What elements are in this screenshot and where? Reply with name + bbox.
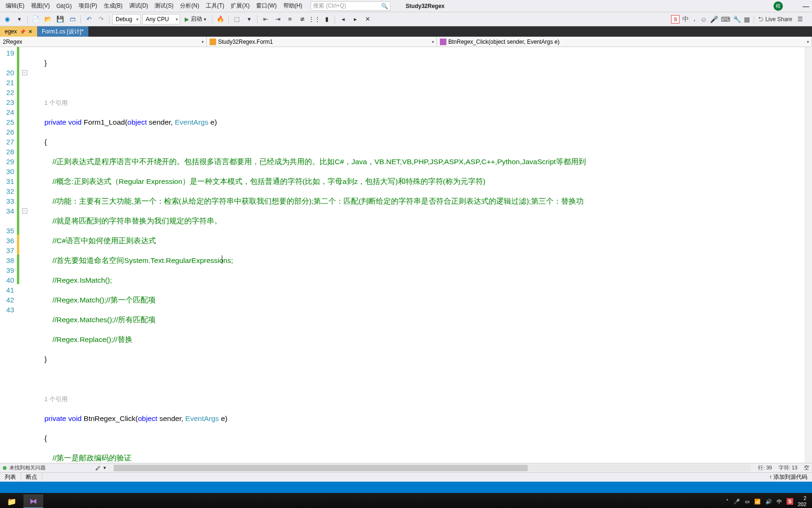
undo-button[interactable]: ↶ (84, 14, 94, 24)
step-button[interactable]: ⬚ (232, 14, 242, 24)
platform-dropdown[interactable]: Any CPU (142, 14, 180, 24)
menu-help[interactable]: 帮助(H) (281, 0, 305, 11)
ime-grid-icon[interactable]: ▦ (744, 16, 750, 23)
saveall-button[interactable]: 🗃 (67, 14, 78, 24)
bookmark-next[interactable]: ▸ (350, 14, 360, 24)
taskbar-visualstudio[interactable]: ⧓ (23, 494, 43, 508)
tray-battery-icon[interactable]: ▭ (745, 499, 750, 505)
search-placeholder: 搜索 (Ctrl+Q) (313, 2, 346, 10)
collapse-toggle[interactable]: − (22, 208, 27, 214)
menu-view[interactable]: 视图(V) (28, 0, 53, 11)
menu-project[interactable]: 项目(P) (76, 0, 100, 11)
menu-bar: 编辑(E) 视图(V) Git(G) 项目(P) 生成(B) 调试(D) 测试(… (0, 0, 812, 12)
new-button[interactable]: 📄 (31, 14, 41, 24)
nav-class[interactable]: Study32Regex.Form1 (207, 37, 437, 47)
bookmark-button[interactable]: ▮ (321, 14, 332, 24)
tab-form1-designer[interactable]: Form1.cs [设计]* (37, 26, 88, 37)
collapse-toggle[interactable]: − (22, 70, 27, 75)
start-button[interactable]: ▶ 启动 ▾ (182, 14, 209, 24)
ime-comma-icon[interactable]: ， (692, 15, 697, 23)
windows-taskbar: 📁 ⧓ ˄ 🎤 ▭ 📶 🔊 中 S 2 202 (0, 493, 812, 508)
solution-name: Study32Regex (406, 3, 445, 9)
ime-mic-icon[interactable]: 🎤 (710, 16, 718, 23)
code-pane[interactable]: } 1 个引用 private void Form1_Load(object s… (28, 47, 804, 463)
menu-analyze[interactable]: 分析(N) (177, 0, 202, 11)
search-input[interactable]: 搜索 (Ctrl+Q) 🔍 (311, 1, 390, 11)
cursor-char: 字符: 13 (779, 464, 797, 471)
back-button[interactable]: ◉ (2, 14, 12, 24)
nav-row: 2Regex Study32Regex.Form1 BtnRegex_Click… (0, 37, 812, 47)
status-bar (0, 482, 812, 493)
tab-errorlist[interactable]: 列表 (0, 472, 21, 482)
config-dropdown[interactable]: Debug (112, 14, 141, 24)
close-icon[interactable]: ✕ (28, 29, 32, 35)
menu-debug[interactable]: 调试(D) (126, 0, 151, 11)
cursor-space: 空 (804, 464, 809, 471)
toolbar: ◉ ▾ 📄 📂 💾 🗃 ↶ ↷ Debug Any CPU ▶ 启动 ▾ 🔥 ⬚… (0, 12, 812, 26)
tray-sogou-icon[interactable]: S (787, 498, 793, 505)
indent-right-button[interactable]: ⇥ (273, 14, 283, 24)
window-minimize[interactable]: — (803, 2, 809, 10)
bookmark-prev[interactable]: ◂ (338, 14, 348, 24)
cursor-line: 行: 39 (758, 464, 772, 471)
forward-button[interactable]: ▾ (14, 14, 24, 24)
user-avatar[interactable]: 程 (773, 1, 783, 11)
taskbar-explorer[interactable]: 📁 (2, 494, 22, 508)
menu-edit[interactable]: 编辑(E) (3, 0, 27, 11)
horizontal-scrollbar[interactable] (114, 465, 750, 471)
save-button[interactable]: 💾 (55, 14, 65, 24)
menu-window[interactable]: 窗口(W) (253, 0, 279, 11)
ime-tool-icon[interactable]: 🔧 (733, 16, 741, 23)
class-icon (210, 39, 216, 45)
change-markers (17, 47, 21, 463)
liveshare-button[interactable]: ⮌ Live Share (758, 16, 792, 23)
feedback-icon[interactable]: ☰ (795, 14, 805, 24)
bookmark-clear[interactable]: ✕ (362, 14, 373, 24)
menu-build[interactable]: 生成(B) (101, 0, 125, 11)
ime-badge[interactable]: S (671, 15, 679, 24)
tray-clock[interactable]: 2 202 (798, 495, 806, 508)
step-dropdown[interactable]: ▾ (244, 14, 254, 24)
menu-extensions[interactable]: 扩展(X) (228, 0, 252, 11)
tab-breakpoints[interactable]: 断点 (21, 472, 42, 482)
menu-git[interactable]: Git(G) (54, 1, 75, 11)
tool2-icon[interactable]: ▾ (103, 465, 106, 471)
format-button[interactable]: ⋮⋮ (309, 14, 320, 24)
hotreload-button[interactable]: 🔥 (215, 14, 226, 24)
tray-ime[interactable]: 中 (777, 498, 782, 505)
tray-mic-icon[interactable]: 🎤 (734, 499, 740, 505)
pin-icon[interactable]: 📌 (20, 29, 25, 34)
ime-lang[interactable]: 中 (682, 15, 689, 24)
nav-member[interactable]: BtnRegex_Click(object sender, EventArgs … (437, 37, 812, 47)
open-button[interactable]: 📂 (43, 14, 53, 24)
redo-button[interactable]: ↷ (96, 14, 106, 24)
document-tab-row: egex 📌 ✕ Form1.cs [设计]* (0, 26, 812, 37)
code-editor[interactable]: 1920212223242526272829303132333435363738… (0, 47, 812, 463)
play-icon: ▶ (185, 16, 189, 23)
indent-left-button[interactable]: ⇤ (260, 14, 271, 24)
method-icon (440, 39, 446, 45)
search-icon: 🔍 (381, 3, 388, 9)
find-message: 未找到相关问题 (9, 464, 46, 471)
tray-expand-icon[interactable]: ˄ (726, 499, 729, 505)
ime-keyboard-icon[interactable]: ⌨ (721, 16, 730, 23)
tray-wifi-icon[interactable]: 📶 (754, 499, 761, 505)
status-ok-icon (3, 466, 7, 470)
ime-emoji-icon[interactable]: ☺ (700, 16, 707, 23)
tray-volume-icon[interactable]: 🔊 (765, 499, 772, 505)
uncomment-button[interactable]: ≢ (297, 14, 307, 24)
find-bar: 未找到相关问题 🖉 ▾ 行: 39 字符: 13 空 (0, 463, 812, 472)
vertical-scrollbar[interactable] (804, 47, 812, 463)
nav-project[interactable]: 2Regex (0, 37, 207, 47)
add-to-source-button[interactable]: ↑ 添加到源代码 (769, 473, 812, 481)
liveshare-icon: ⮌ (758, 16, 764, 23)
outlining: − − (21, 47, 28, 463)
menu-test[interactable]: 测试(S) (152, 0, 176, 11)
bottom-panel: 列表 断点 ↑ 添加到源代码 (0, 472, 812, 482)
menu-tools[interactable]: 工具(T) (203, 0, 227, 11)
tab-form1-cs[interactable]: egex 📌 ✕ (0, 26, 37, 37)
comment-button[interactable]: ≡ (285, 14, 295, 24)
system-tray: ˄ 🎤 ▭ 📶 🔊 中 S 2 202 (726, 495, 810, 508)
tool1-icon[interactable]: 🖉 (95, 465, 101, 471)
line-gutter: 1920212223242526272829303132333435363738… (0, 47, 17, 463)
